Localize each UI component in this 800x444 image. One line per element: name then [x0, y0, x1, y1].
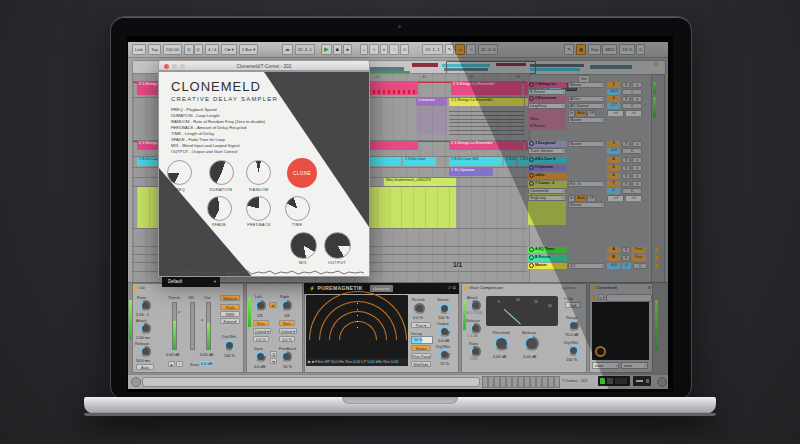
out-marker-icon[interactable]: ◂ [201, 318, 203, 322]
attack-value[interactable]: 2.00 ms [136, 335, 150, 340]
track-name[interactable]: 3 Doeghead [528, 141, 567, 147]
sidechain-icon[interactable]: ▲ [168, 361, 175, 367]
volume-value[interactable]: -6.0 [607, 263, 620, 269]
monitor-switch[interactable]: InAutoOff [568, 110, 605, 116]
curve-icon[interactable]: ⌡ [176, 361, 183, 367]
routing-dropdown[interactable]: Master▾ [568, 141, 605, 147]
stereo-value[interactable]: 100 % [438, 315, 449, 320]
xfade-knob[interactable] [207, 196, 232, 221]
track-name[interactable]: 1 Strings Lo [528, 82, 567, 88]
mode-dropdown-right[interactable]: Dotted ▾ [279, 328, 297, 334]
glue-ratio-knob[interactable] [470, 346, 481, 357]
glue-thresh-value[interactable]: 0.00 dB [493, 354, 506, 359]
speaker-icon[interactable]: ◂ [632, 141, 642, 147]
pm-filter-bar[interactable]: ▶ ■ Filter HP 50.0 Hz Res 0.00 LP 5.00 k… [306, 358, 408, 366]
speaker-icon[interactable]: ◂ [632, 157, 642, 163]
reverb-value[interactable]: 0.0 % [413, 315, 423, 320]
glue-drywet-value[interactable]: 100 % [566, 357, 577, 362]
send-inf-fields[interactable]: -inf-inf [607, 110, 645, 116]
crossfade-button[interactable]: C [633, 263, 647, 269]
track-power-icon[interactable] [529, 255, 534, 260]
track-name[interactable]: video [528, 173, 567, 179]
clonemeld-header[interactable]: Clonemeld⊕ [591, 283, 651, 293]
clonemeld-field[interactable] [606, 294, 652, 302]
glue-drywet-knob[interactable] [568, 345, 579, 356]
offset-left[interactable]: 0.0 % [253, 336, 269, 342]
track-number-button[interactable]: 1 [607, 82, 620, 88]
volume-value[interactable]: 0 [607, 188, 620, 194]
pan-value[interactable]: 0 [622, 263, 631, 269]
monitor-switch[interactable]: InAutoOff [568, 195, 605, 201]
sync-button-left[interactable]: Sync [253, 320, 269, 326]
glue-makeup-value[interactable]: 0.00 dB [523, 354, 536, 359]
reverb-knob[interactable] [414, 303, 425, 314]
thresh-marker-icon[interactable]: ◂ [178, 310, 180, 314]
feedback-value[interactable]: 50 % [283, 364, 292, 369]
routing-dropdown[interactable]: All Channe▾ [568, 103, 605, 109]
track-name[interactable]: 4 Kit-Core 8 [528, 157, 567, 163]
routing-dropdown[interactable]: Master▾ [568, 82, 605, 88]
return-stop-button[interactable] [655, 264, 659, 268]
track-number-button[interactable]: 4 [607, 157, 620, 163]
track-number-button[interactable]: B [607, 255, 620, 261]
solo-button[interactable]: S [622, 181, 630, 187]
status-left-circle[interactable] [131, 377, 141, 387]
pm-drywet-knob[interactable] [439, 349, 450, 360]
track-power-icon[interactable] [529, 96, 534, 101]
post-dropdown[interactable]: Post ▾ [411, 322, 431, 328]
track-number-button[interactable]: 2 [607, 96, 620, 102]
clip-checkbox[interactable]: ▪ Clip [564, 296, 573, 301]
hp-value[interactable]: 50.0 Hz [331, 360, 344, 364]
solo-button[interactable]: S [622, 82, 630, 88]
out-db[interactable]: 0.00 dB [200, 352, 213, 357]
track-dropdown[interactable]: Track Volume▾ [528, 148, 566, 154]
track-power-icon[interactable] [529, 165, 534, 170]
freeze-icon[interactable]: ⇅ [270, 351, 277, 357]
sync-button-right[interactable]: Sync [279, 320, 295, 326]
track-name[interactable]: 2 Environme [528, 96, 567, 102]
send-inf-fields[interactable]: -inf-inf [607, 195, 645, 201]
glue-makeup-knob[interactable] [524, 336, 539, 351]
pingpong-icon[interactable]: ⇆ [270, 358, 277, 364]
thresh-db[interactable]: 0.00 dB [166, 352, 179, 357]
right-division[interactable]: 1/8 [284, 313, 289, 318]
post-button[interactable]: Post [632, 247, 645, 253]
track-dropdown[interactable]: LoopFreq▾ [528, 103, 566, 109]
drywet-knob[interactable] [224, 340, 235, 351]
track-power-icon[interactable] [529, 263, 534, 268]
edit-button[interactable]: ▪ [598, 294, 604, 300]
pingpong-mode-button[interactable]: Ping Pong [411, 353, 431, 359]
glue-attack-knob[interactable] [470, 300, 481, 311]
release-value[interactable]: 50.0 ms [136, 358, 150, 363]
track-power-icon[interactable] [529, 247, 534, 252]
solo-button[interactable]: S [622, 157, 630, 163]
offset-right[interactable]: 0.0 % [279, 336, 295, 342]
plugin-preset-bar[interactable]: Default▾ [162, 277, 220, 287]
status-right-circle[interactable] [657, 377, 667, 387]
res2-value[interactable]: 0.00 [391, 360, 398, 364]
crossfade-button[interactable]: C [622, 188, 642, 194]
scroll-top-button[interactable] [654, 62, 658, 66]
range-value[interactable]: 70.0 dB [565, 332, 578, 337]
pm-output-knob[interactable] [439, 326, 450, 337]
speaker-icon[interactable]: ◂ [632, 165, 642, 171]
link-icon[interactable]: ⇄ [269, 302, 277, 308]
crossfade-button[interactable]: C [622, 103, 642, 109]
track-power-icon[interactable] [529, 82, 534, 87]
time-knob[interactable] [285, 196, 310, 221]
solo-button[interactable]: S [622, 165, 630, 171]
map-dropdown-1[interactable]: none▾ [592, 362, 619, 369]
clone-button[interactable]: CLONE [287, 158, 317, 188]
output-knob[interactable] [324, 232, 351, 259]
speaker-icon[interactable]: ◂ [632, 181, 642, 187]
routing-dropdown[interactable]: Master▾ [568, 202, 605, 208]
speaker-icon[interactable]: ◂ [632, 173, 642, 179]
device-chain-overview[interactable] [482, 376, 560, 388]
random-knob[interactable] [246, 160, 271, 185]
rms-button[interactable]: RMS [220, 311, 240, 317]
stop-icon[interactable]: ■ [312, 360, 314, 364]
map-dropdown-2[interactable]: none▾ [621, 362, 648, 369]
volume-value[interactable]: -13.5 [607, 89, 620, 95]
puremagnetik-header[interactable]: ⚡ PUREMAGNETIK character ↺ 🖫 [304, 283, 459, 294]
volume-value[interactable]: -2.7 [607, 103, 620, 109]
